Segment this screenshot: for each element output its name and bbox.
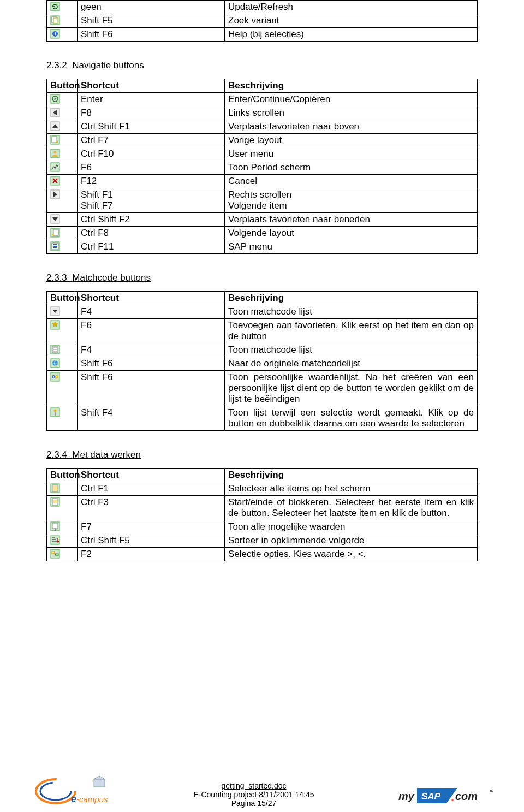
table-row: F12 Cancel xyxy=(47,175,478,188)
footer-text: getting_started.doc E-Counting project 8… xyxy=(193,781,314,808)
info-icon: i xyxy=(50,29,60,39)
desc: Enter/Continue/Copiëren xyxy=(225,93,478,106)
list-icon xyxy=(50,345,60,354)
icon-cell xyxy=(47,227,78,240)
desc: Toon lijst terwijl een selectie wordt ge… xyxy=(225,406,478,431)
cancel-icon xyxy=(50,176,60,186)
svg-rect-41 xyxy=(53,485,57,491)
desc: Naar de originele matchcodelijst xyxy=(225,357,478,371)
section-title: Matchcode buttons xyxy=(72,272,151,283)
icon-cell xyxy=(47,188,78,213)
svg-rect-50 xyxy=(56,554,58,556)
desc: Toon Period scherm xyxy=(225,161,478,175)
table-row: F7 Toon alle mogelijke waarden xyxy=(47,520,478,534)
down-icon xyxy=(50,214,60,224)
table-row: ?? Shift F6 Toon persoonlijke waardenlij… xyxy=(47,371,478,406)
svg-text:e: e xyxy=(71,793,76,804)
col-button: Button xyxy=(47,79,78,93)
mysap-logo: my SAP . com ™ xyxy=(398,784,502,808)
table-row: Ctrl Shift F5 Sorteer in opklimmende vol… xyxy=(47,534,478,548)
table-row: F8 Links scrollen xyxy=(47,106,478,120)
refresh-icon xyxy=(50,2,60,11)
icon-cell: ?? xyxy=(47,371,78,406)
col-desc: Beschrijving xyxy=(225,292,478,305)
shortcut: geen xyxy=(78,1,225,14)
section-title: Met data werken xyxy=(72,449,141,460)
shortcut-table-continued: geen Update/Refresh Shift F5 Zoek varian… xyxy=(46,0,478,42)
sap-menu-icon xyxy=(50,241,60,251)
svg-rect-20 xyxy=(53,229,58,235)
icon-cell xyxy=(47,496,78,520)
shortcut: Ctrl F7 xyxy=(78,134,225,147)
globe-icon xyxy=(50,358,60,368)
variant-icon xyxy=(50,15,60,25)
footer-project: E-Counting project 8/11/2001 14:45 xyxy=(193,790,314,799)
dropdown-icon xyxy=(50,306,60,316)
table-header-row: Button Shortcut Beschrijving xyxy=(47,79,478,93)
pin-icon xyxy=(50,407,60,417)
shortcut: Shift F4 xyxy=(78,406,225,431)
svg-rect-0 xyxy=(51,2,59,11)
col-button: Button xyxy=(47,292,78,305)
svg-point-14 xyxy=(54,151,57,154)
icon-cell xyxy=(47,120,78,134)
desc: Help (bij selecties) xyxy=(225,28,478,42)
desc: Selectie opties. Kies waarde >, <, xyxy=(225,548,478,561)
shortcut: Shift F6 xyxy=(78,357,225,371)
prev-layout-icon xyxy=(50,135,60,145)
icon-cell xyxy=(47,147,78,161)
svg-text:SAP: SAP xyxy=(421,791,441,802)
desc: Volgende layout xyxy=(225,227,478,240)
desc: Toon matchcode lijst xyxy=(225,343,478,357)
right-icon xyxy=(50,189,60,199)
shortcut: Ctrl F11 xyxy=(78,240,225,254)
show-values-icon xyxy=(50,521,60,531)
sort-icon xyxy=(50,535,60,545)
svg-point-52 xyxy=(40,783,71,800)
table-row: Ctrl F1 Selecteer alle items op het sche… xyxy=(47,482,478,496)
col-desc: Beschrijving xyxy=(225,469,478,482)
desc: User menu xyxy=(225,147,478,161)
desc: Selecteer alle items op het scherm xyxy=(225,482,478,496)
table-header-row: Button Shortcut Beschrijving xyxy=(47,469,478,482)
col-button: Button xyxy=(47,469,78,482)
icon-cell xyxy=(47,548,78,561)
shortcut: Ctrl F3 xyxy=(78,496,225,520)
icon-cell xyxy=(47,520,78,534)
desc: Toon alle mogelijke waarden xyxy=(225,520,478,534)
shortcut: F8 xyxy=(78,106,225,120)
table-row: Ctrl Shift F1 Verplaats favorieten naar … xyxy=(47,120,478,134)
svg-point-38 xyxy=(54,410,57,412)
svg-rect-25 xyxy=(53,247,57,248)
icon-cell xyxy=(47,240,78,254)
icon-cell xyxy=(47,93,78,106)
desc: Cancel xyxy=(225,175,478,188)
svg-text:?: ? xyxy=(52,376,54,379)
table-row: i Shift F6 Help (bij selecties) xyxy=(47,28,478,42)
table-row: F4 Toon matchcode lijst xyxy=(47,343,478,357)
matchcode-buttons-table: Button Shortcut Beschrijving F4 Toon mat… xyxy=(46,291,478,431)
desc: Start/einde of blokkeren. Selecteer het … xyxy=(225,496,478,520)
icon-cell xyxy=(47,1,78,14)
shortcut: F12 xyxy=(78,175,225,188)
desc: SAP menu xyxy=(225,240,478,254)
desc: Toon persoonlijke waardenlijst. Na het c… xyxy=(225,371,478,406)
icon-cell: i xyxy=(47,28,78,42)
table-row: Shift F6 Naar de originele matchcodelijs… xyxy=(47,357,478,371)
sel-opts-icon xyxy=(50,549,60,559)
svg-text:™: ™ xyxy=(489,789,494,795)
shortcut: Ctrl Shift F2 xyxy=(78,213,225,227)
table-row: Ctrl Shift F2 Verplaats favorieten naar … xyxy=(47,213,478,227)
desc: Zoek variant xyxy=(225,14,478,28)
svg-rect-49 xyxy=(52,552,55,554)
shortcut: F7 xyxy=(78,520,225,534)
svg-rect-55 xyxy=(94,779,105,787)
icon-cell xyxy=(47,319,78,343)
table-row: Shift F4 Toon lijst terwijl een selectie… xyxy=(47,406,478,431)
desc: Sorteer in opklimmende volgorde xyxy=(225,534,478,548)
shortcut: Shift F5 xyxy=(78,14,225,28)
svg-text:?: ? xyxy=(56,376,57,379)
desc: Update/Refresh xyxy=(225,1,478,14)
ecampus-logo: e -campus xyxy=(33,775,109,808)
up-icon xyxy=(50,121,60,131)
